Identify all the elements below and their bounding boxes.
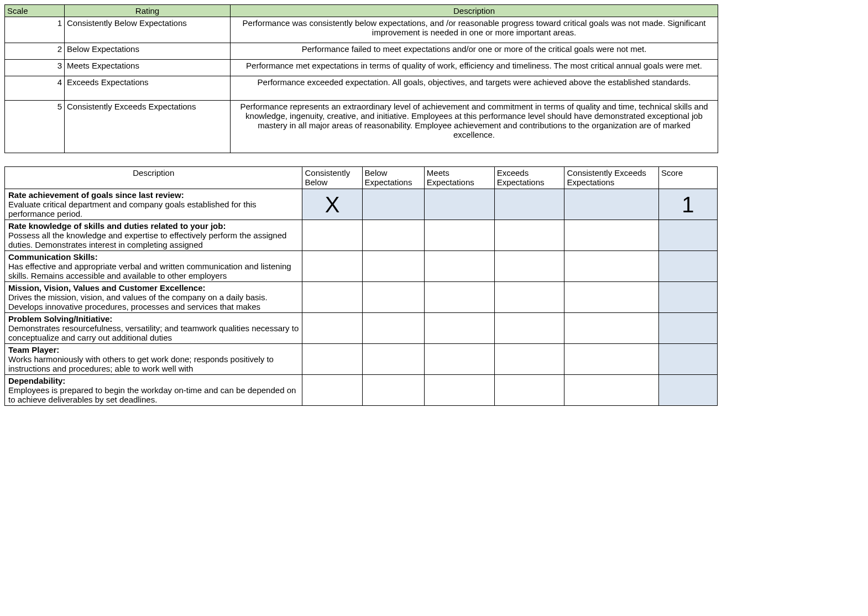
rating-description: Performance was consistently below expec… — [231, 17, 718, 43]
rating-cell-meets[interactable] — [424, 189, 494, 220]
rating-cell-meets[interactable] — [424, 282, 494, 313]
rating-cell-meets[interactable] — [424, 313, 494, 344]
rating-cell-consistently-below[interactable] — [302, 220, 362, 251]
table-row: Rate achievement of goals since last rev… — [5, 189, 718, 220]
score-cell[interactable]: 1 — [658, 189, 717, 220]
score-cell[interactable] — [658, 282, 717, 313]
header-rating: Rating — [65, 5, 231, 17]
rating-cell-below[interactable] — [362, 375, 424, 406]
rating-cell-below[interactable] — [362, 251, 424, 282]
criterion-description: Dependability: Employees is prepared to … — [5, 375, 302, 406]
rating-label: Below Expectations — [65, 43, 231, 60]
rating-label: Exceeds Expectations — [65, 76, 231, 101]
table-row: Rate knowledge of skills and duties rela… — [5, 220, 718, 251]
table-row: Team Player: Works harmoniously with oth… — [5, 344, 718, 375]
evaluation-table: Description Consistently Below Below Exp… — [4, 166, 718, 406]
rating-cell-exceeds[interactable] — [494, 189, 564, 220]
criterion-description: Team Player: Works harmoniously with oth… — [5, 344, 302, 375]
criterion-description: Rate achievement of goals since last rev… — [5, 189, 302, 220]
rating-cell-consistently-exceeds[interactable] — [564, 313, 658, 344]
rating-description: Performance met expectations in terms of… — [231, 60, 718, 76]
header-description: Description — [5, 167, 302, 189]
score-cell[interactable] — [658, 344, 717, 375]
table-row: Mission, Vision, Values and Customer Exc… — [5, 282, 718, 313]
rating-cell-meets[interactable] — [424, 344, 494, 375]
rating-cell-meets[interactable] — [424, 251, 494, 282]
header-meets-expectations: Meets Expectations — [424, 167, 494, 189]
rating-cell-consistently-exceeds[interactable] — [564, 344, 658, 375]
table-row: 2 Below Expectations Performance failed … — [5, 43, 718, 60]
rating-cell-meets[interactable] — [424, 375, 494, 406]
rating-cell-consistently-below[interactable] — [302, 375, 362, 406]
rating-label: Consistently Exceeds Expectations — [65, 101, 231, 153]
rating-cell-exceeds[interactable] — [494, 282, 564, 313]
score-cell[interactable] — [658, 220, 717, 251]
rating-cell-exceeds[interactable] — [494, 251, 564, 282]
header-score: Score — [658, 167, 717, 189]
rating-cell-consistently-exceeds[interactable] — [564, 375, 658, 406]
table-row: 3 Meets Expectations Performance met exp… — [5, 60, 718, 76]
header-consistently-below: Consistently Below — [302, 167, 362, 189]
criterion-description: Rate knowledge of skills and duties rela… — [5, 220, 302, 251]
rating-cell-meets[interactable] — [424, 220, 494, 251]
header-below-expectations: Below Expectations — [362, 167, 424, 189]
rating-cell-below[interactable] — [362, 189, 424, 220]
rating-description: Performance failed to meet expectations … — [231, 43, 718, 60]
scale-number: 5 — [5, 101, 65, 153]
rating-cell-consistently-below[interactable]: X — [302, 189, 362, 220]
rating-cell-below[interactable] — [362, 282, 424, 313]
table-row: 4 Exceeds Expectations Performance excee… — [5, 76, 718, 101]
rating-cell-exceeds[interactable] — [494, 313, 564, 344]
rating-label: Meets Expectations — [65, 60, 231, 76]
header-description: Description — [231, 5, 718, 17]
criterion-description: Communication Skills: Has effective and … — [5, 251, 302, 282]
rating-cell-consistently-exceeds[interactable] — [564, 189, 658, 220]
scale-number: 1 — [5, 17, 65, 43]
rating-description: Performance exceeded expectation. All go… — [231, 76, 718, 101]
rating-cell-consistently-below[interactable] — [302, 313, 362, 344]
rating-cell-below[interactable] — [362, 220, 424, 251]
table-row: 5 Consistently Exceeds Expectations Perf… — [5, 101, 718, 153]
table-row: Problem Solving/Initiative: Demonstrates… — [5, 313, 718, 344]
rating-description: Performance represents an extraordinary … — [231, 101, 718, 153]
criterion-description: Mission, Vision, Values and Customer Exc… — [5, 282, 302, 313]
rating-label: Consistently Below Expectations — [65, 17, 231, 43]
scale-number: 4 — [5, 76, 65, 101]
table-row: Communication Skills: Has effective and … — [5, 251, 718, 282]
table-row: 1 Consistently Below Expectations Perfor… — [5, 17, 718, 43]
rating-cell-consistently-exceeds[interactable] — [564, 251, 658, 282]
rating-cell-below[interactable] — [362, 344, 424, 375]
rating-cell-consistently-below[interactable] — [302, 282, 362, 313]
header-exceeds-expectations: Exceeds Expectations — [494, 167, 564, 189]
rating-cell-exceeds[interactable] — [494, 344, 564, 375]
score-cell[interactable] — [658, 313, 717, 344]
scale-number: 3 — [5, 60, 65, 76]
score-cell[interactable] — [658, 375, 717, 406]
rating-cell-exceeds[interactable] — [494, 375, 564, 406]
scale-legend-table: Scale Rating Description 1 Consistently … — [4, 4, 718, 153]
table-row: Dependability: Employees is prepared to … — [5, 375, 718, 406]
header-scale: Scale — [5, 5, 65, 17]
rating-cell-consistently-exceeds[interactable] — [564, 220, 658, 251]
rating-cell-below[interactable] — [362, 313, 424, 344]
rating-cell-exceeds[interactable] — [494, 220, 564, 251]
criterion-description: Problem Solving/Initiative: Demonstrates… — [5, 313, 302, 344]
rating-cell-consistently-exceeds[interactable] — [564, 282, 658, 313]
scale-number: 2 — [5, 43, 65, 60]
header-consistently-exceeds: Consistently Exceeds Expectations — [564, 167, 658, 189]
rating-cell-consistently-below[interactable] — [302, 251, 362, 282]
rating-cell-consistently-below[interactable] — [302, 344, 362, 375]
score-cell[interactable] — [658, 251, 717, 282]
